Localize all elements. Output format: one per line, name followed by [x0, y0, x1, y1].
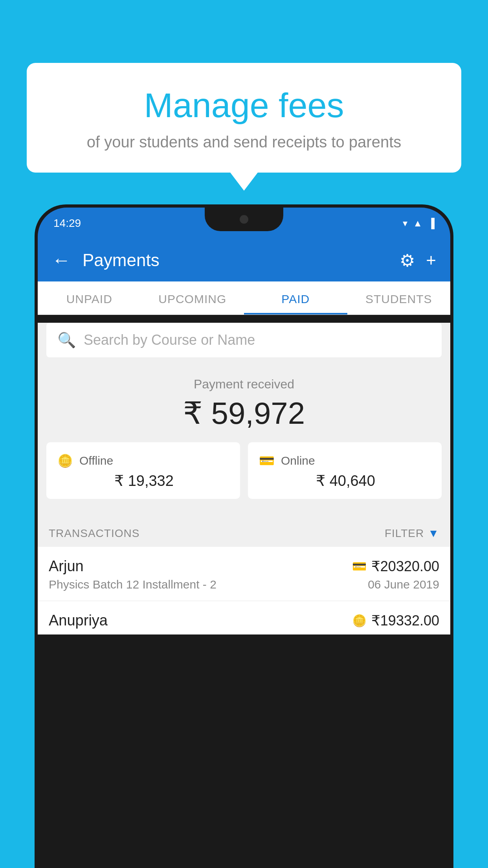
transaction-name: Arjun — [49, 558, 84, 575]
transaction-row-partial[interactable]: Anupriya 🪙 ₹19332.00 — [38, 601, 450, 634]
app-bar: ← Payments ⚙ + — [38, 239, 450, 281]
transaction-date: 06 June 2019 — [368, 578, 439, 591]
offline-icon: 🪙 — [57, 453, 73, 468]
wifi-icon: ▾ — [403, 218, 407, 229]
search-bar[interactable]: 🔍 Search by Course or Name — [46, 323, 442, 357]
online-amount: ₹ 40,640 — [259, 472, 431, 489]
camera-dot — [240, 215, 248, 224]
status-icons: ▾ ▲ ▐ — [403, 218, 435, 229]
transaction-row-top: Arjun 💳 ₹20320.00 — [49, 558, 439, 575]
search-input[interactable]: Search by Course or Name — [84, 332, 255, 348]
filter-icon: ▼ — [428, 527, 439, 540]
app-bar-title: Payments — [83, 250, 388, 270]
transactions-header: TRANSACTIONS FILTER ▼ — [38, 518, 450, 547]
offline-amount: ₹ 19,332 — [57, 472, 229, 489]
speech-bubble: Manage fees of your students and send re… — [27, 63, 461, 173]
settings-icon[interactable]: ⚙ — [400, 250, 415, 270]
transaction-row-bottom: Physics Batch 12 Installment - 2 06 June… — [49, 578, 439, 591]
app-bar-actions: ⚙ + — [400, 250, 436, 270]
filter-label: FILTER — [385, 527, 424, 540]
add-icon[interactable]: + — [426, 250, 436, 270]
transaction-amount: ₹20320.00 — [371, 558, 439, 575]
tab-paid[interactable]: PAID — [244, 281, 347, 314]
speech-bubble-container: Manage fees of your students and send re… — [27, 63, 461, 173]
bubble-subtitle: of your students and send receipts to pa… — [46, 133, 442, 151]
online-label: Online — [281, 454, 315, 467]
transaction-name-2: Anupriya — [49, 612, 108, 629]
payment-cards: 🪙 Offline ₹ 19,332 💳 Online ₹ 40,640 — [38, 442, 450, 510]
online-payment-card: 💳 Online ₹ 40,640 — [248, 442, 442, 499]
offline-label: Offline — [79, 454, 113, 467]
battery-icon: ▐ — [428, 218, 435, 229]
bubble-title: Manage fees — [46, 86, 442, 125]
transaction-row[interactable]: Arjun 💳 ₹20320.00 Physics Batch 12 Insta… — [38, 547, 450, 601]
tab-unpaid[interactable]: UNPAID — [38, 281, 141, 314]
transaction-course: Physics Batch 12 Installment - 2 — [49, 578, 216, 591]
tab-upcoming[interactable]: UPCOMING — [141, 281, 244, 314]
search-icon: 🔍 — [57, 331, 76, 349]
online-card-header: 💳 Online — [259, 453, 431, 468]
online-icon: 💳 — [259, 453, 275, 468]
status-time: 14:29 — [53, 217, 81, 230]
phone-frame: 14:29 ▾ ▲ ▐ ← Payments ⚙ + UNPAID UPCOMI… — [35, 204, 453, 868]
transaction-amount-wrap-2: 🪙 ₹19332.00 — [352, 612, 439, 629]
phone-inner: 14:29 ▾ ▲ ▐ ← Payments ⚙ + UNPAID UPCOMI… — [38, 208, 450, 868]
total-payment-amount: ₹ 59,972 — [38, 395, 450, 431]
back-button[interactable]: ← — [52, 251, 71, 270]
transaction-type-icon-2: 🪙 — [352, 614, 367, 627]
transactions-label: TRANSACTIONS — [49, 527, 139, 540]
transaction-type-icon: 💳 — [352, 559, 367, 573]
transaction-amount-2: ₹19332.00 — [371, 612, 439, 629]
filter-button[interactable]: FILTER ▼ — [385, 527, 439, 540]
tab-students[interactable]: STUDENTS — [347, 281, 451, 314]
payment-received-label: Payment received — [38, 377, 450, 392]
transaction-row-top-2: Anupriya 🪙 ₹19332.00 — [49, 612, 439, 629]
status-bar: 14:29 ▾ ▲ ▐ — [38, 208, 450, 239]
signal-icon: ▲ — [413, 218, 422, 229]
payment-summary: Payment received ₹ 59,972 🪙 Offline ₹ 19… — [38, 365, 450, 518]
tabs-bar: UNPAID UPCOMING PAID STUDENTS — [38, 281, 450, 315]
offline-card-header: 🪙 Offline — [57, 453, 229, 468]
notch — [205, 208, 283, 231]
transaction-amount-wrap: 💳 ₹20320.00 — [352, 558, 439, 575]
screen-content: 🔍 Search by Course or Name Payment recei… — [38, 323, 450, 634]
offline-payment-card: 🪙 Offline ₹ 19,332 — [46, 442, 240, 499]
